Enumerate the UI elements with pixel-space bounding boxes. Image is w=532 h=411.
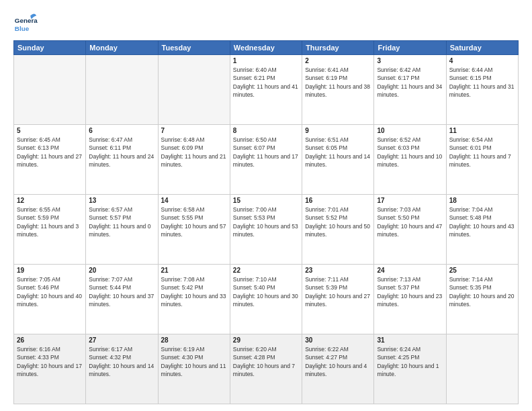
calendar-cell: 19Sunrise: 7:05 AM Sunset: 5:46 PM Dayli…: [14, 265, 86, 334]
day-number: 25: [449, 267, 515, 274]
day-info: Sunrise: 7:04 AM Sunset: 5:48 PM Dayligh…: [449, 205, 515, 238]
calendar-cell: 30Sunrise: 6:22 AM Sunset: 4:27 PM Dayli…: [302, 334, 374, 404]
calendar-cell: 6Sunrise: 6:47 AM Sunset: 6:11 PM Daylig…: [86, 125, 158, 195]
calendar-cell: 26Sunrise: 6:16 AM Sunset: 4:33 PM Dayli…: [14, 334, 86, 404]
calendar-cell: 12Sunrise: 6:55 AM Sunset: 5:59 PM Dayli…: [14, 195, 86, 265]
day-info: Sunrise: 7:00 AM Sunset: 5:53 PM Dayligh…: [233, 205, 299, 238]
logo-icon: General Blue: [13, 11, 38, 35]
calendar-cell: 2Sunrise: 6:41 AM Sunset: 6:19 PM Daylig…: [302, 55, 374, 125]
calendar-header-row: SundayMondayTuesdayWednesdayThursdayFrid…: [14, 41, 519, 55]
day-number: 9: [305, 127, 371, 134]
day-number: 14: [161, 197, 227, 204]
day-info: Sunrise: 6:51 AM Sunset: 6:05 PM Dayligh…: [305, 136, 371, 169]
day-number: 6: [89, 127, 154, 134]
calendar-cell: 31Sunrise: 6:24 AM Sunset: 4:25 PM Dayli…: [374, 334, 446, 404]
day-info: Sunrise: 6:24 AM Sunset: 4:25 PM Dayligh…: [377, 345, 443, 378]
day-number: 24: [377, 267, 443, 274]
day-info: Sunrise: 6:42 AM Sunset: 6:17 PM Dayligh…: [377, 66, 443, 99]
calendar-cell: 3Sunrise: 6:42 AM Sunset: 6:17 PM Daylig…: [374, 55, 446, 125]
day-info: Sunrise: 7:14 AM Sunset: 5:35 PM Dayligh…: [449, 275, 515, 308]
calendar-week-4: 26Sunrise: 6:16 AM Sunset: 4:33 PM Dayli…: [14, 334, 519, 404]
calendar-header-sunday: Sunday: [14, 41, 86, 55]
day-info: Sunrise: 6:57 AM Sunset: 5:57 PM Dayligh…: [89, 205, 154, 238]
calendar-cell: [86, 55, 158, 125]
day-number: 1: [233, 57, 299, 64]
calendar-cell: 14Sunrise: 6:58 AM Sunset: 5:55 PM Dayli…: [158, 195, 230, 265]
calendar-cell: 4Sunrise: 6:44 AM Sunset: 6:15 PM Daylig…: [446, 55, 518, 125]
day-info: Sunrise: 7:10 AM Sunset: 5:40 PM Dayligh…: [233, 275, 299, 308]
calendar-header-thursday: Thursday: [302, 41, 374, 55]
day-number: 8: [233, 127, 299, 134]
day-number: 20: [89, 267, 154, 274]
calendar-cell: [14, 55, 86, 125]
day-number: 22: [233, 267, 299, 274]
day-number: 2: [305, 57, 371, 64]
logo: General Blue: [13, 11, 38, 35]
day-info: Sunrise: 6:45 AM Sunset: 6:13 PM Dayligh…: [17, 136, 83, 169]
calendar-cell: 8Sunrise: 6:50 AM Sunset: 6:07 PM Daylig…: [230, 125, 302, 195]
day-number: 3: [377, 57, 443, 64]
calendar-cell: 25Sunrise: 7:14 AM Sunset: 5:35 PM Dayli…: [446, 265, 518, 334]
calendar-table: SundayMondayTuesdayWednesdayThursdayFrid…: [13, 40, 519, 404]
day-info: Sunrise: 6:40 AM Sunset: 6:21 PM Dayligh…: [233, 66, 299, 99]
day-info: Sunrise: 6:52 AM Sunset: 6:03 PM Dayligh…: [377, 136, 443, 169]
day-number: 4: [449, 57, 515, 64]
day-info: Sunrise: 6:44 AM Sunset: 6:15 PM Dayligh…: [449, 66, 515, 99]
day-info: Sunrise: 6:17 AM Sunset: 4:32 PM Dayligh…: [89, 345, 154, 378]
calendar-week-1: 5Sunrise: 6:45 AM Sunset: 6:13 PM Daylig…: [14, 125, 519, 195]
calendar-cell: 28Sunrise: 6:19 AM Sunset: 4:30 PM Dayli…: [158, 334, 230, 404]
day-info: Sunrise: 6:50 AM Sunset: 6:07 PM Dayligh…: [233, 136, 299, 169]
calendar-cell: 23Sunrise: 7:11 AM Sunset: 5:39 PM Dayli…: [302, 265, 374, 334]
calendar-cell: 24Sunrise: 7:13 AM Sunset: 5:37 PM Dayli…: [374, 265, 446, 334]
calendar-header-tuesday: Tuesday: [158, 41, 230, 55]
day-number: 30: [305, 336, 371, 344]
calendar-cell: 22Sunrise: 7:10 AM Sunset: 5:40 PM Dayli…: [230, 265, 302, 334]
day-number: 18: [449, 197, 515, 204]
calendar-cell: 20Sunrise: 7:07 AM Sunset: 5:44 PM Dayli…: [86, 265, 158, 334]
day-number: 16: [305, 197, 371, 204]
day-number: 11: [449, 127, 515, 134]
day-number: 29: [233, 336, 299, 344]
day-number: 17: [377, 197, 443, 204]
calendar-cell: 29Sunrise: 6:20 AM Sunset: 4:28 PM Dayli…: [230, 334, 302, 404]
calendar-cell: [158, 55, 230, 125]
header: General Blue: [13, 11, 519, 35]
calendar-cell: 17Sunrise: 7:03 AM Sunset: 5:50 PM Dayli…: [374, 195, 446, 265]
calendar-cell: [446, 334, 518, 404]
calendar-header-wednesday: Wednesday: [230, 41, 302, 55]
day-number: 15: [233, 197, 299, 204]
day-info: Sunrise: 6:47 AM Sunset: 6:11 PM Dayligh…: [89, 136, 154, 169]
day-number: 23: [305, 267, 371, 274]
day-info: Sunrise: 7:13 AM Sunset: 5:37 PM Dayligh…: [377, 275, 443, 308]
calendar-week-2: 12Sunrise: 6:55 AM Sunset: 5:59 PM Dayli…: [14, 195, 519, 265]
day-info: Sunrise: 6:16 AM Sunset: 4:33 PM Dayligh…: [17, 345, 83, 378]
calendar-header-saturday: Saturday: [446, 41, 518, 55]
calendar-cell: 21Sunrise: 7:08 AM Sunset: 5:42 PM Dayli…: [158, 265, 230, 334]
calendar-cell: 9Sunrise: 6:51 AM Sunset: 6:05 PM Daylig…: [302, 125, 374, 195]
day-info: Sunrise: 6:48 AM Sunset: 6:09 PM Dayligh…: [161, 136, 227, 169]
day-number: 19: [17, 267, 83, 274]
calendar-header-friday: Friday: [374, 41, 446, 55]
day-info: Sunrise: 7:08 AM Sunset: 5:42 PM Dayligh…: [161, 275, 227, 308]
page: General Blue SundayMondayTuesdayWednesda…: [0, 0, 532, 411]
day-number: 7: [161, 127, 227, 134]
day-number: 13: [89, 197, 154, 204]
calendar-cell: 16Sunrise: 7:01 AM Sunset: 5:52 PM Dayli…: [302, 195, 374, 265]
day-number: 31: [377, 336, 443, 344]
day-info: Sunrise: 6:41 AM Sunset: 6:19 PM Dayligh…: [305, 66, 371, 99]
svg-text:General: General: [15, 17, 38, 24]
day-info: Sunrise: 6:22 AM Sunset: 4:27 PM Dayligh…: [305, 345, 371, 378]
day-number: 10: [377, 127, 443, 134]
day-number: 28: [161, 336, 227, 344]
day-number: 12: [17, 197, 83, 204]
day-info: Sunrise: 6:55 AM Sunset: 5:59 PM Dayligh…: [17, 205, 83, 238]
calendar-cell: 18Sunrise: 7:04 AM Sunset: 5:48 PM Dayli…: [446, 195, 518, 265]
day-info: Sunrise: 6:58 AM Sunset: 5:55 PM Dayligh…: [161, 205, 227, 238]
calendar-week-3: 19Sunrise: 7:05 AM Sunset: 5:46 PM Dayli…: [14, 265, 519, 334]
day-info: Sunrise: 7:07 AM Sunset: 5:44 PM Dayligh…: [89, 275, 154, 308]
calendar-week-0: 1Sunrise: 6:40 AM Sunset: 6:21 PM Daylig…: [14, 55, 519, 125]
calendar-header-monday: Monday: [86, 41, 158, 55]
calendar-cell: 15Sunrise: 7:00 AM Sunset: 5:53 PM Dayli…: [230, 195, 302, 265]
calendar-cell: 1Sunrise: 6:40 AM Sunset: 6:21 PM Daylig…: [230, 55, 302, 125]
svg-text:Blue: Blue: [15, 25, 30, 32]
